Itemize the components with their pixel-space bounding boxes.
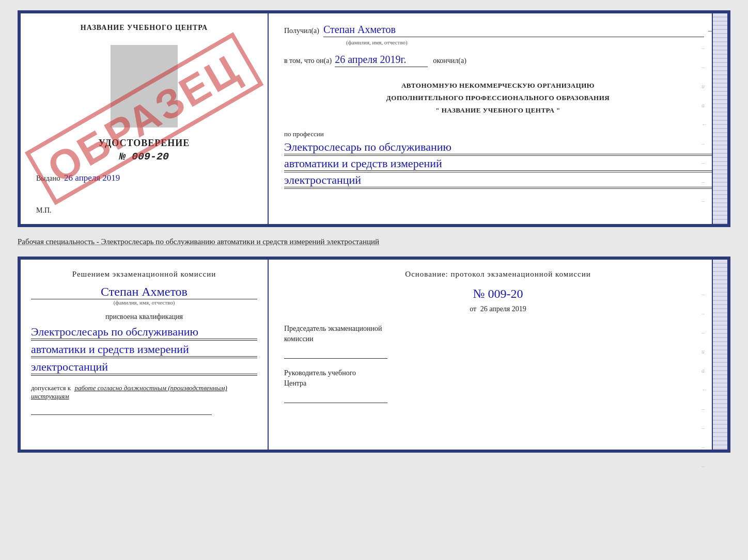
- bottom-number: № 009-20: [284, 287, 712, 301]
- dash1: –: [708, 27, 712, 35]
- cert-title: НАЗВАНИЕ УЧЕБНОГО ЦЕНТРА: [81, 24, 208, 32]
- vydano-line: Выдано 26 апреля 2019: [36, 173, 120, 183]
- cert-left-panel: НАЗВАНИЕ УЧЕБНОГО ЦЕНТРА УДОСТОВЕРЕНИЕ №…: [21, 13, 269, 224]
- date-handwritten: 26 апреля 2019г.: [335, 54, 428, 67]
- bottom-name-sub: (фамилия, имя, отчество): [31, 299, 257, 306]
- cert-right-panel: Получил(а) Степан Ахметов – (фамилия, им…: [269, 13, 727, 224]
- photo-placeholder: [111, 45, 178, 127]
- profession-block: по профессии Электрослесарь по обслужива…: [284, 124, 712, 190]
- dopuskaetsya-block: допускается к работе согласно должностны…: [31, 384, 257, 401]
- profession-line1-block: Электрослесарь по обслуживанию: [284, 140, 712, 156]
- profession-line3: электростанций: [284, 173, 712, 187]
- v-tom-chto-label: в том, что он(а): [284, 57, 332, 65]
- bottom-margin-dashes: – – – и а ← – – – –: [702, 291, 708, 470]
- name-row: Получил(а) Степан Ахметов –: [284, 24, 712, 37]
- profession-line3-block: электростанций: [284, 173, 712, 189]
- profession-line1: Электрослесарь по обслуживанию: [284, 140, 712, 154]
- rukovoditel-signature-line: [284, 393, 387, 403]
- udostoverenie-label: УДОСТОВЕРЕНИЕ: [99, 138, 190, 149]
- certificate-bottom: Решением экзаменационной комиссии Степан…: [18, 257, 730, 453]
- name-sublabel: (фамилия, имя, отчество): [346, 39, 730, 45]
- osnovaniye-text: Основание: протокол экзаменационной коми…: [284, 270, 712, 279]
- bottom-name-block: Степан Ахметов (фамилия, имя, отчество): [31, 285, 257, 306]
- qual-line1-block: Электрослесарь по обслуживанию: [31, 325, 257, 341]
- profession-line2-block: автоматики и средств измерений: [284, 157, 712, 172]
- ot-date-text: от 26 апреля 2019: [284, 305, 712, 313]
- bottom-left-panel: Решением экзаменационной комиссии Степан…: [21, 260, 269, 450]
- predsedatel-line2: комиссии: [284, 335, 712, 343]
- qual-line3-block: электростанций: [31, 360, 257, 376]
- org-line2: ДОПОЛНИТЕЛЬНОГО ПРОФЕССИОНАЛЬНОГО ОБРАЗО…: [284, 94, 712, 102]
- okonchil-label: окончил(а): [433, 57, 466, 65]
- qual-line2: автоматики и средств измерений: [31, 343, 257, 357]
- bottom-date: 26 апреля 2019: [480, 305, 526, 313]
- org-block: АВТОНОМНУЮ НЕКОММЕРЧЕСКУЮ ОРГАНИЗАЦИЮ ДО…: [284, 77, 712, 117]
- vydano-date: 26 апреля 2019: [64, 173, 120, 183]
- qual-line2-block: автоматики и средств измерений: [31, 343, 257, 358]
- bottom-recipient-name: Степан Ахметов: [31, 285, 257, 299]
- rukovoditel-line1: Руководитель учебного: [284, 369, 712, 377]
- profession-line2: автоматики и средств измерений: [284, 157, 712, 171]
- binding-right-bottom: [712, 260, 727, 450]
- predsedatel-line1: Председатель экзаменационной: [284, 325, 712, 333]
- prisvoena-text: присвоена квалификация: [31, 313, 257, 321]
- po-professii-label: по профессии: [284, 130, 712, 138]
- certificate-top: НАЗВАНИЕ УЧЕБНОГО ЦЕНТРА УДОСТОВЕРЕНИЕ №…: [18, 10, 730, 227]
- recipient-name: Степан Ахметов: [323, 24, 704, 37]
- org-line1: АВТОНОМНУЮ НЕКОММЕРЧЕСКУЮ ОРГАНИЗАЦИЮ: [284, 82, 712, 90]
- qual-line3: электростанций: [31, 360, 257, 374]
- bottom-right-panel: Основание: протокол экзаменационной коми…: [269, 260, 727, 450]
- cert-number: № 009-20: [119, 151, 169, 163]
- dopuskaetsya-label: допускается к: [31, 384, 71, 392]
- ot-label: от: [470, 305, 476, 313]
- rukovoditel-line2: Центра: [284, 379, 712, 388]
- mp-label: М.П.: [36, 206, 52, 215]
- predsedatel-signature-line: [284, 348, 387, 359]
- poluchil-label: Получил(а): [284, 27, 319, 35]
- margin-dashes: – – и а ← – – – –: [702, 44, 708, 205]
- org-line3: " НАЗВАНИЕ УЧЕБНОГО ЦЕНТРА ": [284, 106, 712, 115]
- date-row: в том, что он(а) 26 апреля 2019г. окончи…: [284, 54, 712, 67]
- qual-line1: Электрослесарь по обслуживанию: [31, 325, 257, 339]
- resheniem-text: Решением экзаменационной комиссии: [31, 270, 257, 279]
- binding-right: [712, 13, 727, 224]
- middle-specialty-text: Рабочая специальность - Электрослесарь п…: [18, 235, 730, 248]
- bottom-signature-line: [31, 405, 212, 415]
